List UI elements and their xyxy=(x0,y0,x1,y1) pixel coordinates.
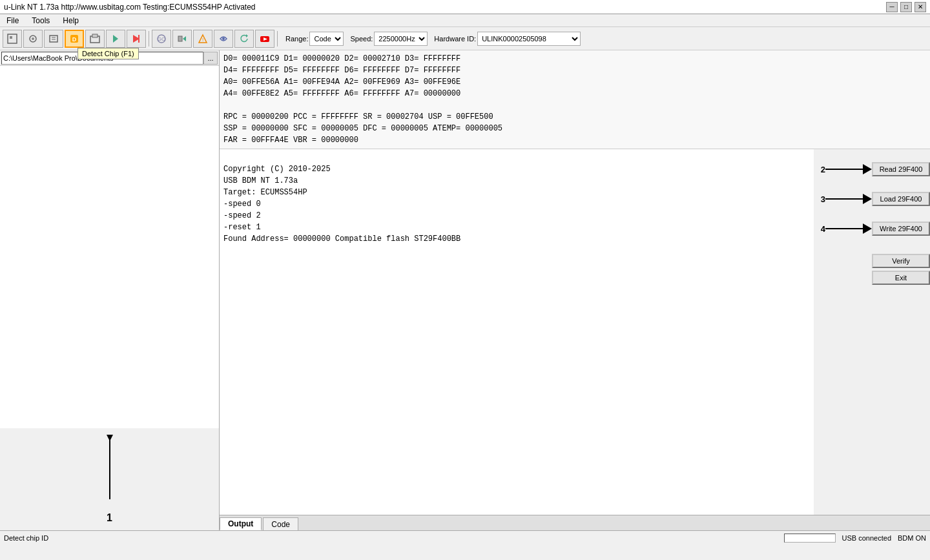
toolbar-btn-10[interactable]: ! xyxy=(193,30,212,48)
toolbar: D GO ! Range: Code Speed: 2250000Hz Hard… xyxy=(0,27,930,50)
arrow-head-4 xyxy=(863,223,872,234)
toolbar-btn-2[interactable] xyxy=(23,30,43,48)
svg-text:!: ! xyxy=(202,37,203,43)
svg-rect-4 xyxy=(50,36,57,42)
toolbar-btn-11[interactable] xyxy=(214,30,233,48)
menu-bar: File Tools Help xyxy=(0,14,930,27)
toolbar-btn-5[interactable] xyxy=(85,30,105,48)
register-area: D0= 000011C9 D1= 00000020 D2= 00002710 D… xyxy=(220,50,930,149)
toolbar-separator-1 xyxy=(149,31,149,47)
arrows-and-buttons: 2 Read 29F400 3 Load 29F400 4 xyxy=(814,149,930,515)
arrow-line-2 xyxy=(825,169,863,170)
output-line-2: USB BDM NT 1.73a xyxy=(223,175,810,187)
detect-chip-tooltip: Detect Chip (F1) xyxy=(78,48,139,59)
output-line-7: Found Address= 00000000 Compatible flash… xyxy=(223,233,810,245)
reg-line3: A0= 00FFE56A A1= 00FFE94A A2= 00FFE969 A… xyxy=(223,76,926,88)
path-browse-button[interactable]: ... xyxy=(203,52,218,65)
reg-line4: A4= 00FFE8E2 A5= FFFFFFFF A6= FFFFFFFF A… xyxy=(223,88,926,99)
status-right: USB connected BDM ON xyxy=(784,534,926,543)
speed-select[interactable]: 2250000Hz xyxy=(374,32,428,46)
arrow-head-2 xyxy=(863,164,872,174)
output-line-6: -reset 1 xyxy=(223,222,810,233)
output-line-1: Copyright (C) 2010-2025 xyxy=(223,163,810,175)
toolbar-separator-2 xyxy=(277,31,278,47)
arrow-head-3 xyxy=(863,194,872,204)
status-bar: Detect chip ID USB connected BDM ON xyxy=(0,530,930,544)
svg-point-20 xyxy=(222,37,225,40)
title-text: u-Link NT 1.73a http://www.usbitag.com T… xyxy=(4,3,256,12)
tab-output[interactable]: Output xyxy=(220,517,262,530)
status-indicator xyxy=(784,534,836,543)
maximize-button[interactable]: □ xyxy=(900,2,912,12)
range-label: Range: xyxy=(285,35,308,43)
output-line-0 xyxy=(223,152,810,163)
title-bar: u-Link NT 1.73a http://www.usbitag.com T… xyxy=(0,0,930,14)
toolbar-btn-1[interactable] xyxy=(3,30,22,48)
arrow-num-4: 4 xyxy=(814,224,825,234)
write-29f400-button[interactable]: Write 29F400 xyxy=(872,222,930,236)
toolbar-btn-8[interactable]: GO xyxy=(152,30,171,48)
arrow-num-2: 2 xyxy=(814,165,825,174)
output-line-4: -speed 0 xyxy=(223,198,810,210)
toolbar-btn-refresh[interactable] xyxy=(234,30,254,48)
status-bdm: BDM ON xyxy=(898,534,926,542)
arrow-row-3: 3 Load 29F400 xyxy=(814,192,930,206)
status-usb: USB connected xyxy=(842,534,891,542)
toolbar-btn-4[interactable]: D xyxy=(65,30,84,48)
read-29f400-button[interactable]: Read 29F400 xyxy=(872,162,930,176)
menu-help[interactable]: Help xyxy=(60,16,81,25)
toolbar-btn-6[interactable] xyxy=(106,30,125,48)
main-area: ... 1 D0= 000011C9 D1= 00000020 D2= 0000… xyxy=(0,50,930,530)
svg-text:GO: GO xyxy=(158,36,165,42)
right-section: D0= 000011C9 D1= 00000020 D2= 00002710 D… xyxy=(220,50,930,530)
tab-code[interactable]: Code xyxy=(263,517,298,530)
exit-button[interactable]: Exit xyxy=(872,271,930,285)
verify-button[interactable]: Verify xyxy=(872,254,930,268)
output-content: Copyright (C) 2010-2025 USB BDM NT 1.73a… xyxy=(220,149,814,515)
reg-line2: D4= FFFFFFFF D5= FFFFFFFF D6= FFFFFFFF D… xyxy=(223,65,926,76)
title-controls: ─ □ ✕ xyxy=(886,2,926,12)
reg-line5 xyxy=(223,99,926,111)
svg-marker-21 xyxy=(246,34,248,37)
left-panel-number: 1 xyxy=(107,512,112,524)
output-line-3: Target: ECUMSS54HP xyxy=(223,187,810,198)
hardware-select[interactable]: ULINK00002505098 xyxy=(477,32,581,46)
svg-marker-17 xyxy=(183,36,186,41)
status-left: Detect chip ID xyxy=(4,534,48,542)
hardware-label: Hardware ID: xyxy=(434,35,476,43)
svg-point-3 xyxy=(32,37,34,40)
toolbar-btn-9[interactable] xyxy=(172,30,192,48)
file-list[interactable] xyxy=(0,66,219,428)
svg-rect-16 xyxy=(178,36,182,41)
close-button[interactable]: ✕ xyxy=(914,2,926,12)
reg-line8: FAR = 00FFFA4E VBR = 00000000 xyxy=(223,134,926,146)
minimize-button[interactable]: ─ xyxy=(886,2,898,12)
toolbar-btn-7[interactable] xyxy=(127,30,146,48)
arrow-row-2: 2 Read 29F400 xyxy=(814,162,930,176)
range-select[interactable]: Code xyxy=(309,32,344,46)
arrow-row-4: 4 Write 29F400 xyxy=(814,222,930,236)
toolbar-btn-youtube[interactable] xyxy=(255,30,274,48)
svg-rect-10 xyxy=(92,34,98,37)
left-panel: ... 1 xyxy=(0,50,220,530)
reg-line7: SSP = 00000000 SFC = 00000005 DFC = 0000… xyxy=(223,123,926,134)
content-with-arrows: Copyright (C) 2010-2025 USB BDM NT 1.73a… xyxy=(220,149,930,515)
reg-line6: RPC = 00000200 PCC = FFFFFFFF SR = 00002… xyxy=(223,111,926,123)
tab-bar: Output Code xyxy=(220,515,930,530)
left-arrow-svg xyxy=(100,435,119,512)
svg-text:D: D xyxy=(72,36,77,43)
speed-label: Speed: xyxy=(350,35,373,43)
reg-line1: D0= 000011C9 D1= 00000020 D2= 00002710 D… xyxy=(223,53,926,65)
load-29f400-button[interactable]: Load 29F400 xyxy=(872,192,930,206)
svg-marker-11 xyxy=(113,35,118,43)
arrow-line-4 xyxy=(825,228,863,229)
menu-file[interactable]: File xyxy=(4,16,21,25)
svg-marker-25 xyxy=(107,435,113,441)
svg-rect-1 xyxy=(10,36,12,39)
menu-tools[interactable]: Tools xyxy=(29,16,52,25)
arrow-line-3 xyxy=(825,198,863,200)
toolbar-btn-3[interactable] xyxy=(44,30,63,48)
output-line-5: -speed 2 xyxy=(223,210,810,222)
arrow-num-3: 3 xyxy=(814,194,825,204)
